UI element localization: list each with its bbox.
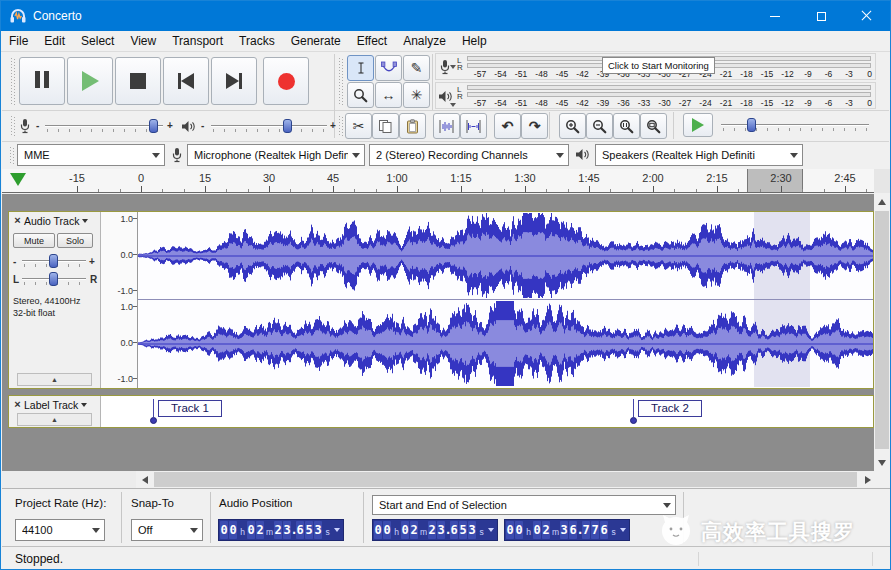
envelope-tool-button[interactable] bbox=[375, 55, 402, 81]
audio-position-time[interactable]: 00h02m23.653s bbox=[218, 519, 344, 541]
time-digit[interactable]: 2 bbox=[256, 521, 264, 539]
menu-select[interactable]: Select bbox=[73, 31, 122, 51]
record-button[interactable] bbox=[263, 57, 309, 105]
timeline-play-pointer-icon[interactable] bbox=[10, 173, 26, 186]
time-digit[interactable]: 5 bbox=[305, 521, 313, 539]
record-volume-slider[interactable] bbox=[45, 118, 163, 134]
time-digit[interactable]: 0 bbox=[247, 521, 255, 539]
time-dropdown-caret[interactable] bbox=[332, 521, 342, 539]
zoom-out-button[interactable] bbox=[586, 113, 613, 139]
recording-channels-select[interactable]: 2 (Stereo) Recording Channels bbox=[369, 144, 569, 166]
menu-help[interactable]: Help bbox=[454, 31, 495, 51]
time-dropdown-caret[interactable] bbox=[486, 521, 496, 539]
pan-thumb[interactable] bbox=[49, 272, 58, 286]
project-rate-select[interactable]: 44100 bbox=[15, 519, 105, 541]
time-digit[interactable]: 0 bbox=[515, 521, 523, 539]
time-digit[interactable]: 7 bbox=[582, 521, 590, 539]
time-digit[interactable]: 2 bbox=[274, 521, 282, 539]
time-digit[interactable]: 5 bbox=[459, 521, 467, 539]
audio-track-menu[interactable]: Audio Track bbox=[24, 215, 88, 227]
scroll-left-button[interactable] bbox=[136, 471, 153, 488]
vertical-scale-ruler[interactable]: 1.0 0.0 -1.0 1.0 0.0 -1.0 bbox=[101, 212, 138, 388]
horizontal-scroll-thumb[interactable] bbox=[154, 472, 857, 487]
vertical-scroll-thumb[interactable] bbox=[875, 211, 889, 449]
selection-mode-select[interactable]: Start and End of Selection bbox=[372, 495, 676, 515]
playback-volume-thumb[interactable] bbox=[283, 119, 292, 133]
menu-edit[interactable]: Edit bbox=[36, 31, 73, 51]
playback-speed-slider[interactable] bbox=[721, 117, 869, 133]
play-button[interactable] bbox=[67, 57, 113, 105]
label-track-collapse-button[interactable]: ▲ bbox=[17, 413, 92, 426]
time-digit[interactable]: 0 bbox=[533, 521, 541, 539]
selection-tool-button[interactable] bbox=[347, 55, 374, 81]
draw-tool-button[interactable]: ✎ bbox=[403, 55, 430, 81]
time-digit[interactable]: 3 bbox=[468, 521, 476, 539]
cut-button[interactable]: ✂ bbox=[345, 113, 372, 139]
menu-effect[interactable]: Effect bbox=[349, 31, 395, 51]
fit-project-button[interactable] bbox=[640, 113, 667, 139]
menu-view[interactable]: View bbox=[122, 31, 164, 51]
fit-selection-button[interactable] bbox=[613, 113, 640, 139]
redo-button[interactable]: ↷ bbox=[521, 113, 548, 139]
time-digit[interactable]: 0 bbox=[229, 521, 237, 539]
label-text[interactable]: Track 2 bbox=[638, 400, 702, 417]
trim-audio-button[interactable] bbox=[433, 113, 460, 139]
solo-button[interactable]: Solo bbox=[57, 233, 93, 248]
menu-generate[interactable]: Generate bbox=[283, 31, 349, 51]
menu-file[interactable]: File bbox=[1, 31, 36, 51]
label-marker-stem[interactable] bbox=[633, 399, 634, 417]
time-digit[interactable]: 3 bbox=[560, 521, 568, 539]
time-digit[interactable]: 6 bbox=[450, 521, 458, 539]
audio-host-select[interactable]: MME bbox=[17, 144, 165, 166]
recording-meter[interactable]: L R -57-54-51-48-45-42-39-36-33-30-27-24… bbox=[435, 53, 876, 80]
time-digit[interactable]: 0 bbox=[401, 521, 409, 539]
scroll-down-button[interactable] bbox=[874, 455, 890, 471]
recording-device-select[interactable]: Microphone (Realtek High Defini bbox=[187, 144, 365, 166]
time-digit[interactable]: 2 bbox=[542, 521, 550, 539]
time-digit[interactable]: 7 bbox=[591, 521, 599, 539]
play-at-speed-button[interactable] bbox=[683, 113, 713, 137]
close-button[interactable] bbox=[844, 1, 890, 31]
menu-transport[interactable]: Transport bbox=[164, 31, 231, 51]
minimize-button[interactable] bbox=[752, 1, 798, 31]
copy-button[interactable] bbox=[372, 113, 399, 139]
vertical-scrollbar[interactable] bbox=[874, 194, 890, 471]
playback-device-select[interactable]: Speakers (Realtek High Definiti bbox=[595, 144, 803, 166]
skip-to-start-button[interactable] bbox=[163, 57, 209, 105]
tools-grip[interactable] bbox=[339, 58, 344, 106]
label-track-menu[interactable]: Label Track bbox=[24, 399, 87, 411]
stop-button[interactable] bbox=[115, 57, 161, 105]
time-dropdown-caret[interactable] bbox=[618, 521, 628, 539]
label-marker-handle[interactable] bbox=[630, 417, 637, 424]
playback-speed-thumb[interactable] bbox=[747, 118, 756, 132]
pan-slider[interactable] bbox=[22, 271, 86, 287]
pause-button[interactable] bbox=[19, 57, 65, 105]
label-marker-handle[interactable] bbox=[150, 417, 157, 424]
time-digit[interactable]: 0 bbox=[506, 521, 514, 539]
time-shift-tool-button[interactable]: ↔ bbox=[375, 82, 402, 108]
label-marker-stem[interactable] bbox=[153, 399, 154, 417]
edit-grip[interactable] bbox=[339, 116, 344, 136]
timeline-ruler[interactable]: -1501530451:001:151:301:452:002:152:302:… bbox=[2, 169, 876, 193]
mixer-grip[interactable] bbox=[11, 116, 16, 136]
audio-track-collapse-button[interactable]: ▲ bbox=[17, 373, 92, 386]
zoom-in-button[interactable] bbox=[559, 113, 586, 139]
time-digit[interactable]: 0 bbox=[383, 521, 391, 539]
zoom-tool-button[interactable] bbox=[347, 82, 374, 108]
label-track-close-button[interactable]: × bbox=[11, 397, 24, 410]
label-track-area[interactable]: Track 1Track 2 bbox=[101, 396, 873, 427]
label-text[interactable]: Track 1 bbox=[158, 400, 222, 417]
skip-to-end-button[interactable] bbox=[211, 57, 257, 105]
playback-meter[interactable]: L R -57-54-51-48-45-42-39-36-33-30-27-24… bbox=[435, 82, 876, 109]
time-digit[interactable]: 3 bbox=[314, 521, 322, 539]
waveform-canvas-left[interactable] bbox=[138, 212, 873, 299]
horizontal-scrollbar[interactable] bbox=[136, 471, 876, 488]
multi-tool-button[interactable]: ✳ bbox=[403, 82, 430, 108]
paste-button[interactable] bbox=[399, 113, 426, 139]
silence-audio-button[interactable] bbox=[460, 113, 487, 139]
transport-grip[interactable] bbox=[11, 58, 16, 106]
gain-slider[interactable] bbox=[22, 253, 86, 269]
time-digit[interactable]: 6 bbox=[600, 521, 608, 539]
mute-button[interactable]: Mute bbox=[13, 233, 55, 248]
device-grip[interactable] bbox=[10, 147, 15, 164]
